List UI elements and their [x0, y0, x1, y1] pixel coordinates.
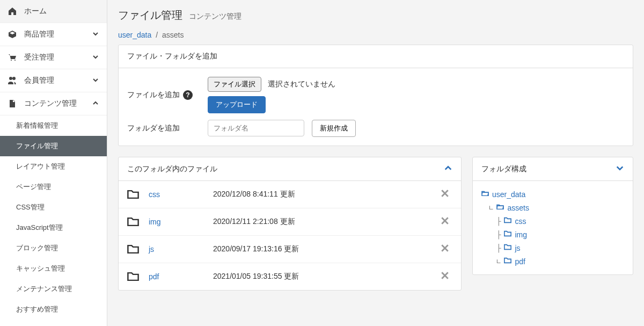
chevron-up-icon[interactable] — [444, 164, 452, 174]
sub-css[interactable]: CSS管理 — [0, 197, 107, 218]
sub-cache[interactable]: キャッシュ管理 — [0, 258, 107, 279]
nav-label: 商品管理 — [24, 30, 54, 39]
page-subtitle: コンテンツ管理 — [189, 12, 241, 21]
tree-branch: ├ — [496, 244, 501, 252]
tree-link[interactable]: css — [515, 217, 526, 226]
file-select-status: 選択されていません — [268, 79, 335, 88]
breadcrumb-current: assets — [162, 31, 184, 39]
folder-icon — [127, 243, 149, 255]
tree-branch: ├ — [496, 230, 501, 239]
file-row: pdf 2021/01/05 19:31:55 更新 — [119, 263, 461, 290]
chevron-down-icon — [92, 30, 99, 39]
folder-icon — [127, 216, 149, 228]
add-panel-title: ファイル・フォルダを追加 — [119, 45, 633, 68]
home-icon — [8, 7, 19, 16]
sub-layout[interactable]: レイアウト管理 — [0, 156, 107, 177]
file-link[interactable]: css — [149, 190, 160, 199]
folder-name-input[interactable] — [208, 120, 304, 136]
nav-members[interactable]: 会員管理 — [0, 69, 107, 92]
main-content: ファイル管理 コンテンツ管理 user_data / assets ファイル・フ… — [107, 0, 644, 326]
folder-icon — [504, 216, 511, 226]
file-date: 2020/09/17 19:13:16 更新 — [213, 244, 437, 254]
tree-item[interactable]: ├ css — [481, 214, 624, 228]
sub-file-management[interactable]: ファイル管理 — [0, 136, 107, 156]
folder-icon — [127, 189, 149, 200]
nav-orders[interactable]: 受注管理 — [0, 46, 107, 69]
sub-block[interactable]: ブロック管理 — [0, 238, 107, 258]
file-add-label: ファイルを追加 — [127, 90, 180, 100]
file-link[interactable]: img — [149, 218, 161, 226]
delete-icon[interactable] — [437, 271, 452, 282]
users-icon — [8, 76, 19, 85]
file-date: 2020/12/08 8:41:11 更新 — [213, 190, 437, 199]
folder-icon — [504, 257, 511, 266]
add-panel: ファイル・フォルダを追加 ファイルを追加 ? ファイル選択 選択されていません … — [118, 45, 633, 146]
tree-item[interactable]: ├ img — [481, 228, 624, 241]
tree-branch: ∟ — [496, 257, 501, 266]
tree-item[interactable]: ├ js — [481, 241, 624, 255]
nav-products[interactable]: 商品管理 — [0, 23, 107, 46]
tree-item[interactable]: ∟ pdf — [481, 255, 624, 268]
nav-label: 受注管理 — [24, 53, 54, 62]
nav-home[interactable]: ホーム — [0, 0, 107, 23]
delete-icon[interactable] — [437, 216, 452, 228]
page-header: ファイル管理 コンテンツ管理 — [118, 8, 633, 23]
file-date: 2021/01/05 19:31:55 更新 — [213, 272, 437, 281]
file-select-button[interactable]: ファイル選択 — [208, 77, 261, 92]
folder-icon — [504, 243, 511, 252]
file-row: img 2020/12/11 2:21:08 更新 — [119, 208, 461, 235]
file-row: css 2020/12/08 8:41:11 更新 — [119, 181, 461, 208]
tree-link[interactable]: user_data — [492, 190, 525, 199]
sub-page[interactable]: ページ管理 — [0, 177, 107, 197]
sub-js[interactable]: JavaScript管理 — [0, 218, 107, 238]
tree-root[interactable]: user_data — [481, 187, 624, 201]
tree-branch: ∟ — [489, 204, 493, 212]
chevron-up-icon — [92, 99, 99, 108]
file-date: 2020/12/11 2:21:08 更新 — [213, 217, 437, 227]
tree-panel: フォルダ構成 user_data ∟ assets ├ — [472, 157, 633, 275]
tree-item[interactable]: ∟ assets — [481, 201, 624, 214]
cube-icon — [8, 30, 19, 39]
files-panel: このフォルダ内のファイル css 2020/12/08 8:41:11 更新 i… — [118, 157, 462, 291]
nav-label: コンテンツ管理 — [24, 99, 77, 108]
delete-icon[interactable] — [437, 244, 452, 255]
cart-icon — [8, 53, 19, 62]
nav-label: 会員管理 — [24, 76, 54, 85]
sub-recommend[interactable]: おすすめ管理 — [0, 299, 107, 320]
help-icon[interactable]: ? — [183, 90, 193, 100]
breadcrumb-root[interactable]: user_data — [118, 31, 151, 39]
tree-link[interactable]: js — [515, 244, 520, 252]
upload-button[interactable]: アップロード — [208, 96, 266, 113]
folder-create-button[interactable]: 新規作成 — [312, 120, 356, 137]
folder-icon — [504, 230, 511, 239]
breadcrumb-sep: / — [156, 31, 158, 39]
folder-icon — [127, 271, 149, 282]
tree-link[interactable]: pdf — [515, 257, 525, 266]
breadcrumb: user_data / assets — [118, 31, 633, 39]
file-icon — [8, 99, 19, 108]
subnav: 新着情報管理 ファイル管理 レイアウト管理 ページ管理 CSS管理 JavaSc… — [0, 115, 107, 320]
nav-label: ホーム — [24, 6, 47, 16]
tree-link[interactable]: img — [515, 230, 527, 239]
page-title: ファイル管理 — [118, 8, 182, 23]
tree-branch: ├ — [496, 217, 501, 226]
file-link[interactable]: js — [149, 245, 154, 253]
files-panel-title: このフォルダ内のファイル — [127, 164, 217, 174]
tree-link[interactable]: assets — [507, 204, 529, 212]
folder-open-icon — [496, 203, 504, 212]
sidebar: ホーム 商品管理 受注管理 会員管理 コンテンツ管理 新着情報管理 ファイル管理… — [0, 0, 107, 326]
tree-panel-title: フォルダ構成 — [481, 164, 526, 174]
delete-icon[interactable] — [437, 189, 452, 200]
folder-add-label: フォルダを追加 — [127, 124, 180, 133]
file-link[interactable]: pdf — [149, 272, 159, 281]
folder-open-icon — [481, 190, 489, 199]
sub-news[interactable]: 新着情報管理 — [0, 115, 107, 136]
file-row: js 2020/09/17 19:13:16 更新 — [119, 235, 461, 263]
nav-content[interactable]: コンテンツ管理 — [0, 92, 107, 115]
chevron-down-icon — [92, 53, 99, 62]
chevron-down-icon — [92, 76, 99, 85]
chevron-down-icon[interactable] — [616, 164, 624, 174]
sub-maintenance[interactable]: メンテナンス管理 — [0, 279, 107, 299]
